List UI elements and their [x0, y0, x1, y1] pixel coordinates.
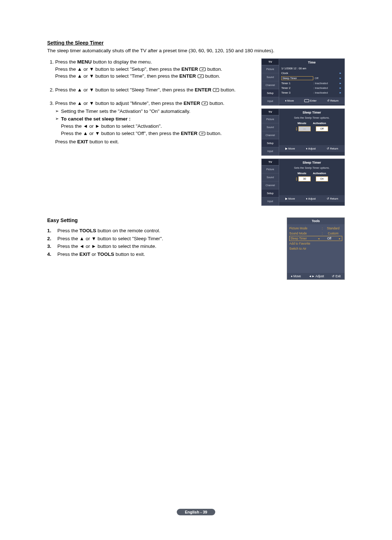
- triangle-right-icon: ►: [338, 237, 341, 240]
- sidebar-item-channel[interactable]: Channel: [262, 81, 279, 89]
- chevron-right-icon: ►: [339, 71, 342, 75]
- menu-word: MENU: [77, 59, 92, 65]
- tools-word: TOOLS: [97, 251, 114, 257]
- text: Adjust: [315, 274, 324, 278]
- text: Return: [330, 99, 339, 102]
- tools-sound-mode[interactable]: Sound Mode: [289, 232, 320, 235]
- row-timer2[interactable]: Timer 2: [281, 86, 313, 90]
- exit-word: EXIT: [77, 139, 88, 144]
- tv-label: TV: [262, 59, 279, 65]
- row-clock[interactable]: Clock: [281, 71, 313, 75]
- text: Press the ▲ or ▼ button to select "Time"…: [55, 73, 179, 79]
- enter-icon: [199, 131, 205, 135]
- enter-icon: [201, 101, 208, 105]
- activation-value[interactable]: On: [316, 176, 328, 181]
- sidebar-item-picture[interactable]: Picture: [262, 165, 279, 173]
- section-heading: Setting the Sleep Timer: [47, 40, 345, 46]
- chevron-right-icon: ►: [339, 86, 342, 90]
- enter-word: ENTER: [184, 101, 200, 106]
- hint-return: ↺ Return: [327, 197, 338, 200]
- val: Off: [320, 237, 338, 240]
- text: Press the ▲ or ▼ button to select "Setup…: [55, 66, 181, 72]
- sidebar-item-sound[interactable]: Sound: [262, 73, 279, 81]
- hint-return: ↺ Return: [327, 99, 339, 102]
- row-sleep-timer[interactable]: Sleep Timer: [281, 76, 313, 80]
- text: Press the ▲ or ▼ button to select "Off",…: [61, 131, 181, 136]
- enter-icon: [197, 73, 204, 78]
- col-activation: Activation: [313, 122, 326, 125]
- text: Press the ◄ or ► button to select "Activ…: [61, 123, 162, 129]
- text: Press the: [57, 251, 79, 257]
- sidebar-item-sound[interactable]: Sound: [262, 123, 279, 131]
- text: Return: [330, 147, 338, 150]
- sidebar-item-picture[interactable]: Picture: [262, 115, 279, 123]
- val: Custom: [324, 232, 342, 235]
- sidebar-item-setup[interactable]: Setup: [262, 89, 279, 97]
- section-intro: The sleep timer automatically shuts off …: [47, 48, 345, 53]
- hint-move: ▶ Move: [285, 197, 295, 200]
- sidebar-item-setup[interactable]: Setup: [262, 139, 279, 147]
- chevron-right-icon: ►: [339, 82, 342, 85]
- activation-value[interactable]: Off: [316, 126, 328, 131]
- tv-label: TV: [262, 159, 279, 165]
- sidebar-item-input[interactable]: Input: [262, 97, 279, 105]
- tools-switch-air[interactable]: Switch to Air: [289, 247, 342, 250]
- triangle-left-icon: ◄: [317, 237, 320, 240]
- text: button to exit.: [114, 251, 145, 257]
- easy-step-2: 2.Press the ▲ or ▼ button to select "Sle…: [47, 235, 256, 243]
- sidebar-item-input[interactable]: Input: [262, 147, 279, 155]
- page-number: English - 39: [177, 509, 215, 515]
- osd-datetime: 1/ 1/2008 12 : 00 am: [279, 66, 344, 71]
- sidebar-item-sound[interactable]: Sound: [262, 173, 279, 181]
- text: Exit: [335, 274, 340, 278]
- sidebar-item-setup[interactable]: Setup: [262, 189, 279, 197]
- adjust-arrows-icon: ▲▼: [295, 127, 298, 131]
- tv-label: TV: [262, 109, 279, 115]
- row-timer1[interactable]: Timer 1: [281, 82, 313, 85]
- text: Press the ◄ or ► button to select the mi…: [57, 242, 156, 250]
- enter-word: ENTER: [179, 73, 196, 79]
- enter-icon: [213, 87, 219, 91]
- chevron-right-icon: ►: [339, 77, 342, 80]
- tools-picture-mode[interactable]: Picture Mode: [289, 226, 320, 230]
- text: button.: [207, 131, 222, 136]
- num: 3.: [47, 242, 54, 250]
- text: Move: [293, 274, 301, 278]
- easy-step-4: 4.Press the EXIT or TOOLS button to exit…: [47, 250, 256, 258]
- step-3: Press the ▲ or ▼ button to adjust "Minut…: [55, 100, 256, 145]
- note-icon: ➢: [55, 115, 59, 137]
- instructions-column: Press the MENU button to display the men…: [47, 58, 256, 152]
- val: Standard: [324, 226, 342, 230]
- svg-rect-5: [305, 99, 309, 102]
- tools-add-favorite[interactable]: Add to Favorite: [289, 242, 342, 245]
- sidebar-item-channel[interactable]: Channel: [262, 181, 279, 189]
- text: button on the remote control.: [96, 228, 160, 233]
- val: : Inactivated: [313, 91, 339, 94]
- easy-step-1: 1.Press the TOOLS button on the remote c…: [47, 227, 256, 235]
- enter-word: ENTER: [181, 66, 198, 72]
- row-timer3[interactable]: Timer 3: [281, 91, 313, 94]
- text: button.: [221, 87, 236, 93]
- tools-menu: Tools Picture Mode:Standard Sound Mode:C…: [287, 217, 345, 280]
- text: button.: [205, 73, 220, 79]
- tools-sleep-timer[interactable]: Sleep Timer: [290, 237, 317, 240]
- sidebar-item-input[interactable]: Input: [262, 197, 279, 205]
- chevron-right-icon: ►: [339, 91, 342, 94]
- hint-enter: Enter: [304, 99, 317, 102]
- sidebar-item-channel[interactable]: Channel: [262, 131, 279, 139]
- sidebar-item-picture[interactable]: Picture: [262, 65, 279, 73]
- text: Move: [287, 99, 294, 102]
- minute-value[interactable]: 30: [298, 176, 311, 181]
- minute-value[interactable]: ---: [298, 126, 311, 131]
- hint-move: ♦ Move: [291, 274, 301, 278]
- text: Press the ▲ or ▼ button to select "Sleep…: [55, 87, 195, 93]
- num: 1.: [47, 227, 54, 235]
- hint-adjust: ◄► Adjust: [309, 274, 324, 278]
- text: Press the ▲ or ▼ button to select "Sleep…: [57, 235, 163, 243]
- enter-word: ENTER: [181, 131, 197, 136]
- hint-adjust: ♦ Adjust: [306, 197, 316, 200]
- easy-step-3: 3.Press the ◄ or ► button to select the …: [47, 242, 256, 250]
- text: Return: [330, 197, 338, 200]
- hint-move: ▶ Move: [285, 147, 295, 150]
- enter-word: ENTER: [195, 87, 212, 93]
